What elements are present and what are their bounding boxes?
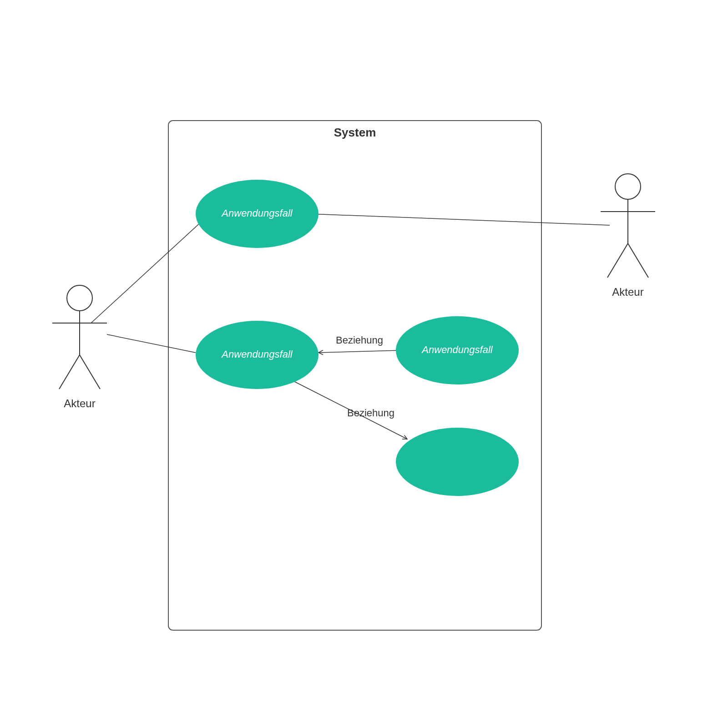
actor-head-icon [615, 174, 641, 199]
association-left-to-uc2 [107, 334, 196, 353]
actor-left [52, 285, 107, 389]
actor-right-label: Akteur [612, 286, 643, 298]
actor-head-icon [67, 285, 92, 311]
actor-left-leg-icon [59, 355, 80, 389]
system-title: System [334, 126, 376, 139]
relation-uc3-to-uc2 [318, 350, 400, 353]
relation-label-1: Beziehung [336, 334, 383, 346]
actor-right-leg-icon [80, 355, 100, 389]
actor-left-leg-icon [607, 243, 628, 278]
actor-right [601, 174, 655, 278]
association-uc1-to-right [309, 214, 610, 225]
usecase-1-label: Anwendungsfall [221, 207, 293, 219]
use-case-diagram: System Akteur Akteur Beziehung Beziehung… [0, 0, 728, 728]
actor-left-label: Akteur [64, 397, 95, 410]
usecase-2-label: Anwendungsfall [221, 349, 293, 360]
relation-label-2: Beziehung [347, 407, 394, 419]
association-left-to-uc1 [91, 221, 202, 323]
actor-right-leg-icon [628, 243, 648, 278]
usecase-4 [396, 428, 519, 496]
usecase-3-label: Anwendungsfall [421, 344, 493, 355]
